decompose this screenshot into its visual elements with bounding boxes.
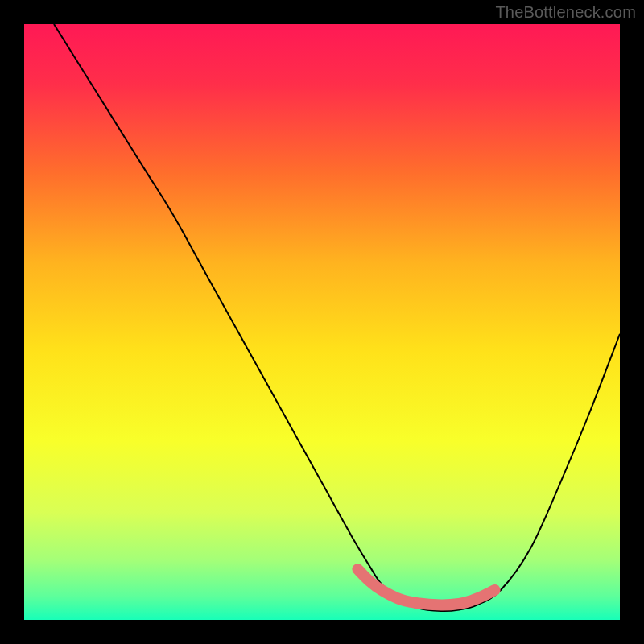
chart-svg [24, 24, 620, 620]
watermark-text: TheBottleneck.com [495, 3, 636, 22]
chart-container: TheBottleneck.com [0, 0, 644, 644]
plot-area [24, 24, 620, 620]
gradient-background [24, 24, 620, 620]
